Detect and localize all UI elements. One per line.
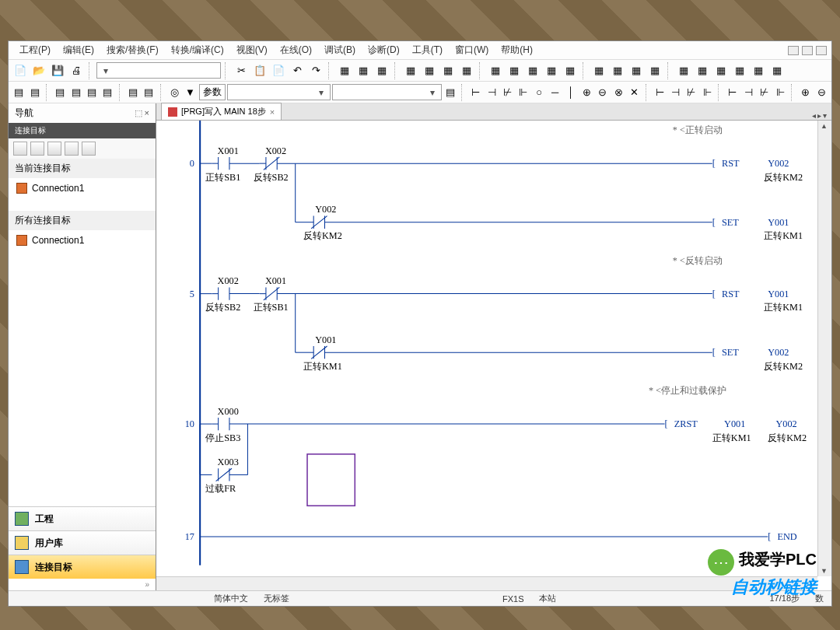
cut-icon[interactable]: ✂ [233, 62, 250, 79]
ld-7[interactable]: │ [564, 84, 578, 101]
ld-19[interactable]: ⊩ [773, 84, 787, 101]
ld-9[interactable]: ⊖ [596, 84, 610, 101]
tb-o[interactable]: ▦ [628, 62, 645, 79]
ld-21[interactable]: ⊖ [814, 84, 828, 101]
t2-i[interactable]: ◎ [167, 84, 181, 101]
mdi-minimize-icon[interactable] [788, 46, 799, 55]
tb-k[interactable]: ▦ [543, 62, 560, 79]
navtab-overflow[interactable]: » [9, 579, 156, 590]
open-icon[interactable]: 📂 [30, 62, 47, 79]
ld-2[interactable]: ⊣ [485, 84, 499, 101]
ld-11[interactable]: ✕ [627, 84, 641, 101]
ld-16[interactable]: ⊢ [726, 84, 740, 101]
t2-g[interactable]: ▤ [126, 84, 140, 101]
editor-tab[interactable]: [PRG]写入 MAIN 18步 × [161, 103, 282, 120]
navtab-connection[interactable]: 连接目标 [9, 555, 156, 579]
navtab-project[interactable]: 工程 [9, 506, 156, 530]
menu-online[interactable]: 在线(O) [274, 42, 318, 58]
tb-e[interactable]: ▦ [421, 62, 438, 79]
t2-c[interactable]: ▤ [53, 84, 67, 101]
tab-close-icon[interactable]: × [270, 107, 275, 117]
ld-4[interactable]: ⊩ [516, 84, 530, 101]
ld-15[interactable]: ⊩ [700, 84, 714, 101]
print-icon[interactable]: 🖨 [68, 62, 85, 79]
ld-5[interactable]: ○ [532, 84, 546, 101]
menu-project[interactable]: 工程(P) [13, 42, 57, 58]
undo-icon[interactable]: ↶ [289, 62, 306, 79]
tb-f[interactable]: ▦ [439, 62, 457, 79]
tb-a[interactable]: ▦ [336, 62, 353, 79]
ld-12[interactable]: ⊢ [653, 84, 667, 101]
tb-t[interactable]: ▦ [731, 62, 748, 79]
tb-l[interactable]: ▦ [562, 62, 579, 79]
nav-tb-3[interactable] [47, 142, 61, 156]
tb-j[interactable]: ▦ [524, 62, 541, 79]
tb-g[interactable]: ▦ [458, 62, 475, 79]
t2-d[interactable]: ▤ [68, 84, 82, 101]
menu-edit[interactable]: 编辑(E) [57, 42, 100, 58]
menu-help[interactable]: 帮助(H) [495, 42, 539, 58]
nav-tb-1[interactable] [13, 142, 27, 156]
t2-e[interactable]: ▤ [85, 84, 99, 101]
connection-item[interactable]: Connection1 [16, 183, 148, 194]
tb-v[interactable]: ▦ [768, 62, 786, 79]
tb-c[interactable]: ▦ [373, 62, 390, 79]
nav-tb-5[interactable] [82, 142, 96, 156]
tb-b[interactable]: ▦ [355, 62, 372, 79]
tab-prev[interactable]: ◂ [812, 111, 816, 120]
tb-r[interactable]: ▦ [694, 62, 711, 79]
navtab-userlib[interactable]: 用户库 [9, 530, 156, 555]
tb-h[interactable]: ▦ [487, 62, 504, 79]
param-combo[interactable]: 参数 [199, 84, 226, 100]
ld-6[interactable]: ─ [548, 84, 562, 101]
tb-n[interactable]: ▦ [609, 62, 626, 79]
ld-20[interactable]: ⊕ [798, 84, 812, 101]
connection-item[interactable]: Connection1 [16, 235, 148, 246]
nav-pin-close[interactable]: ⬚ × [135, 108, 149, 118]
ld-13[interactable]: ⊣ [668, 84, 682, 101]
t2-b[interactable]: ▤ [27, 84, 41, 101]
menu-window[interactable]: 窗口(W) [449, 42, 495, 58]
tb-i[interactable]: ▦ [506, 62, 523, 79]
nav-tb-4[interactable] [65, 142, 79, 156]
t2-k[interactable]: ▤ [443, 84, 457, 101]
ld-3[interactable]: ⊬ [500, 84, 514, 101]
tb-m[interactable]: ▦ [590, 62, 607, 79]
ld-10[interactable]: ⊗ [611, 84, 625, 101]
paste-icon[interactable]: 📄 [270, 62, 287, 79]
t2-j[interactable]: ▼ [183, 84, 197, 101]
t2-f[interactable]: ▤ [100, 84, 114, 101]
tb-s[interactable]: ▦ [712, 62, 730, 79]
new-icon[interactable]: 📄 [12, 62, 29, 79]
tab-menu[interactable]: ▾ [823, 111, 827, 120]
ld-18[interactable]: ⊬ [757, 84, 771, 101]
menu-search[interactable]: 搜索/替换(F) [100, 42, 165, 58]
param-combo-2[interactable]: ▾ [227, 84, 331, 100]
ladder-diagram[interactable]: * <正转启动> 0 X001 正转SB1 X002 反转SB2 [RST [156, 121, 831, 590]
tool-combo-1[interactable]: ▾ [96, 62, 221, 79]
ld-8[interactable]: ⊕ [579, 84, 593, 101]
save-icon[interactable]: 💾 [49, 62, 66, 79]
param-combo-3[interactable]: ▾ [332, 84, 442, 100]
ld-14[interactable]: ⊬ [684, 84, 698, 101]
menu-view[interactable]: 视图(V) [230, 42, 274, 58]
mdi-close-icon[interactable] [816, 46, 827, 55]
menu-tools[interactable]: 工具(T) [406, 42, 449, 58]
tb-d[interactable]: ▦ [402, 62, 419, 79]
menu-diagnose[interactable]: 诊断(D) [362, 42, 406, 58]
tab-next[interactable]: ▸ [817, 111, 821, 120]
tb-q[interactable]: ▦ [675, 62, 692, 79]
vertical-scrollbar[interactable] [817, 121, 831, 576]
redo-icon[interactable]: ↷ [307, 62, 324, 79]
ld-17[interactable]: ⊣ [741, 84, 755, 101]
mdi-restore-icon[interactable] [802, 46, 813, 55]
menu-debug[interactable]: 调试(B) [318, 42, 362, 58]
t2-h[interactable]: ▤ [142, 84, 156, 101]
ld-1[interactable]: ⊢ [469, 84, 483, 101]
copy-icon[interactable]: 📋 [251, 62, 268, 79]
nav-tb-2[interactable] [30, 142, 44, 156]
tb-p[interactable]: ▦ [646, 62, 663, 79]
menu-convert[interactable]: 转换/编译(C) [165, 42, 230, 58]
tb-u[interactable]: ▦ [750, 62, 767, 79]
t2-a[interactable]: ▤ [12, 84, 26, 101]
